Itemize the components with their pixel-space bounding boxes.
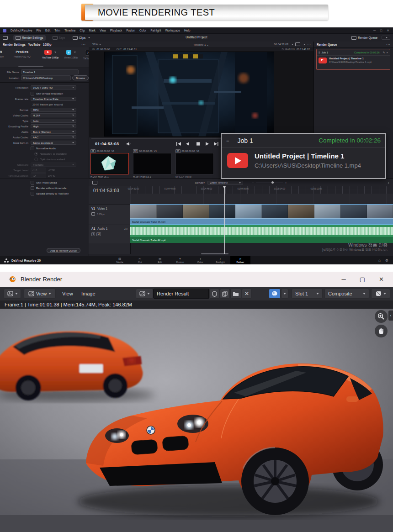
audio-codec-select[interactable]: AAC [31, 135, 76, 139]
maximize-icon[interactable]: ▢ [360, 276, 365, 283]
menu-view[interactable]: View [62, 289, 73, 299]
render-without-timecode-checkbox[interactable] [31, 186, 34, 190]
monitor-icon[interactable] [3, 36, 8, 40]
audio-track-name[interactable]: Audio 1 [97, 227, 107, 230]
add-to-render-queue-button[interactable]: Add to Render Queue [47, 248, 80, 253]
normalize-standard-radio[interactable] [34, 152, 38, 156]
timeline-zoom-slider[interactable]: − + [252, 181, 287, 184]
clip-thumbnail[interactable] [175, 153, 214, 174]
video-codec-select[interactable]: H.264 [31, 113, 76, 117]
location-input[interactable]: C:\Users\ASUS\Desktop [21, 75, 71, 80]
solo-button[interactable]: S [91, 232, 95, 236]
close-icon[interactable]: ✕ [379, 276, 384, 283]
menu-fusion[interactable]: Fusion [126, 29, 135, 32]
menu-edit[interactable]: Edit [45, 29, 50, 32]
clip-card-3[interactable]: 0300:00:00:00V1 MPEG4 Video [175, 149, 216, 178]
preset-h265-master[interactable]: 65 Master [0, 50, 4, 58]
tab-fusion[interactable]: ✦Fusion [170, 256, 190, 264]
clip-card-2[interactable]: 0200:00:00:00V1 H.264 High L5.1 [133, 149, 173, 178]
minimize-icon[interactable]: ─ [373, 29, 376, 32]
menu-mark[interactable]: Mark [89, 29, 96, 32]
tab-color[interactable]: ◑Color [190, 256, 210, 264]
view-mode-dropdown[interactable]: View [24, 289, 56, 299]
data-burn-in-select[interactable]: Same as project [31, 141, 76, 145]
upload-youtube-checkbox[interactable] [31, 192, 34, 195]
file-name-input[interactable]: Timeline 1 [21, 69, 79, 74]
editor-type-dropdown[interactable] [4, 289, 21, 299]
render-queue-button[interactable]: Render Queue [349, 35, 380, 41]
menu-clip[interactable]: Clip [80, 29, 85, 32]
render-scope-select[interactable]: Entire Timeline [207, 181, 243, 185]
browse-image-icon[interactable] [269, 289, 281, 299]
clip-card-1[interactable]: 0100:00:00:00V1 H.264 High L5.1 [90, 149, 131, 178]
tab-cut[interactable]: ✂Cut [130, 256, 150, 264]
tape-button[interactable]: Tape [50, 35, 68, 41]
render-pass-select[interactable]: Composite [324, 289, 369, 299]
optimize-standard-radio[interactable] [34, 158, 38, 161]
render-slot-select[interactable]: Slot 1 [292, 289, 323, 299]
menu-view[interactable]: View [100, 29, 106, 32]
tab-media[interactable]: ▤Media [110, 256, 130, 264]
dual-monitor-icon[interactable] [295, 42, 300, 46]
render-settings-button[interactable]: Render Settings [13, 35, 46, 41]
track-lock-icon[interactable] [91, 212, 95, 216]
tab-fairlight[interactable]: ♪Fairlight [210, 256, 230, 264]
close-icon[interactable]: ✕ [387, 29, 389, 32]
browse-button[interactable]: Browse [72, 75, 89, 80]
menu-fairlight[interactable]: Fairlight [150, 29, 161, 32]
menu-file[interactable]: File [37, 29, 41, 32]
unlink-x-icon[interactable]: ✕ [242, 289, 252, 299]
preset-prores[interactable]: ProRes ProRes 422 HQ [14, 50, 31, 58]
audio-track-clip[interactable]: Starfall Cinematic Trailer 4K.mp4 [130, 225, 393, 243]
mute-button[interactable]: M [96, 232, 101, 236]
speaker-icon[interactable] [126, 142, 132, 146]
tab-deliver[interactable]: ➤Deliver [230, 256, 250, 264]
minimize-icon[interactable]: ─ [342, 276, 346, 283]
clip-thumbnail[interactable] [90, 153, 129, 174]
render-job-card[interactable]: ≡ Job 1 Completed in 00:02:26 ✎ × Untitl… [316, 49, 390, 70]
target-loudness-input[interactable]: -14 [31, 173, 46, 178]
menu-color[interactable]: Color [139, 29, 147, 32]
timeline-ruler[interactable]: 01:04:32:00 01:04:40:00 01:04:48:00 01:0… [130, 186, 393, 194]
folder-open-icon[interactable] [230, 289, 241, 299]
render-viewport[interactable]: ‹ [0, 309, 393, 532]
proxy-media-checkbox[interactable] [31, 181, 34, 184]
menu-playback[interactable]: Playback [110, 29, 122, 32]
video-preview[interactable] [89, 51, 313, 137]
clips-button[interactable]: Clips [70, 35, 92, 41]
preset-tiktok[interactable]: ♪ TikTok 1080p [83, 50, 89, 60]
timeline-playhead[interactable] [224, 186, 225, 254]
ellipsis-icon[interactable]: ··· [307, 43, 311, 46]
video-track-clip[interactable]: Starfall Cinematic Trailer 4K.mp4 [130, 205, 393, 224]
home-icon[interactable]: ⌂ [378, 258, 381, 263]
frame-rate-select[interactable]: Timeline Frame Rate [31, 97, 76, 101]
sidebar-collapse-tab[interactable]: ‹ [388, 311, 393, 321]
preset-scrollbar[interactable] [18, 66, 43, 67]
pan-button[interactable] [375, 325, 388, 337]
menu-image[interactable]: Image [81, 289, 96, 299]
edit-pencil-icon[interactable]: ✎ [382, 51, 385, 54]
fake-user-shield-icon[interactable] [209, 289, 219, 299]
encoding-profile-select[interactable]: High [31, 124, 76, 128]
target-level-input[interactable]: -1.0 [31, 168, 46, 173]
datablock-name-field[interactable]: Render Result [153, 289, 209, 299]
resolution-select[interactable]: 1920 x 1080 HD [31, 85, 76, 90]
normalize-audio-checkbox[interactable] [31, 147, 34, 150]
maximize-icon[interactable]: □ [380, 29, 382, 32]
preset-vimeo[interactable]: v Vimeo 1080p [64, 50, 78, 59]
panel-toggle-button[interactable] [382, 36, 390, 40]
format-select[interactable]: MP4 [31, 108, 76, 112]
zoom-button[interactable] [375, 310, 388, 323]
display-channels-dropdown[interactable] [371, 289, 390, 299]
tab-edit[interactable]: ▥Edit [150, 256, 170, 264]
vertical-resolution-checkbox[interactable] [31, 92, 34, 95]
audio-select[interactable]: Bus 1 (Stereo) [31, 130, 76, 134]
remove-job-icon[interactable]: × [386, 51, 388, 54]
copy-icon[interactable] [220, 289, 230, 299]
menu-app[interactable]: DaVinci Resolve [11, 29, 32, 32]
menu-help[interactable]: Help [184, 29, 190, 32]
video-track-name[interactable]: Video 1 [97, 207, 107, 210]
menu-timeline[interactable]: Timeline [64, 29, 75, 32]
image-datablock-dropdown[interactable] [136, 289, 153, 299]
standard-select[interactable]: YouTube [31, 163, 76, 167]
